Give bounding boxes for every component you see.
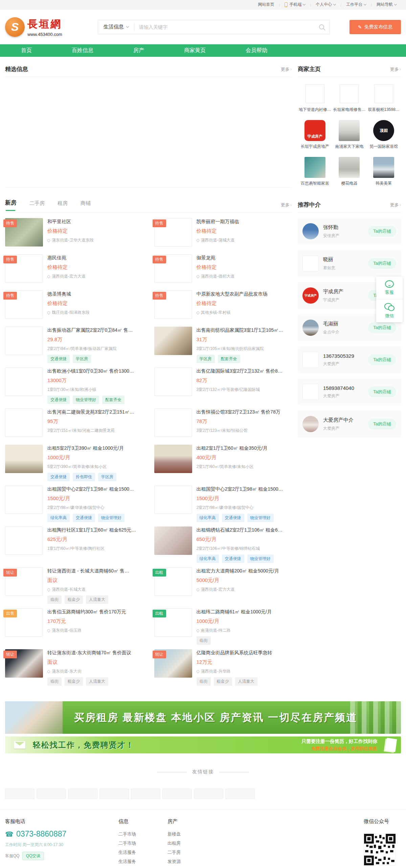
- customer-service-label: 客服: [376, 289, 403, 296]
- merchant-item[interactable]: 地下管道内衬修…: [298, 83, 332, 113]
- merchant-item[interactable]: 双喜橱柜13598…: [366, 83, 401, 113]
- friend-link-placeholder[interactable]: [225, 789, 255, 799]
- friend-link-placeholder[interactable]: [162, 789, 192, 799]
- friend-link-placeholder[interactable]: [194, 789, 223, 799]
- merchant-item[interactable]: 长垣家电维修售…: [332, 83, 367, 113]
- nav-item-4[interactable]: 商家黄页: [184, 47, 206, 54]
- agents-more-link[interactable]: 更多›: [390, 202, 401, 208]
- listing-item[interactable]: 出租锦绣钻石城2室2厅1卫106㎡ 租金6…650元/月2室2厅/106㎡/中等…: [154, 526, 292, 563]
- listing-item[interactable]: 待售凯帝丽府一期万福临价格待定蒲西街道-蒲城大道: [154, 218, 292, 250]
- listing-item[interactable]: 出售欧洲小镇1室0厅0卫30㎡ 售价1300…13000万1室0厅/30㎡/未知…: [5, 368, 143, 404]
- agent-card[interactable]: 晓丽君如意Ta的店铺: [298, 250, 401, 277]
- topbar-link-5[interactable]: 网站导航: [372, 2, 401, 7]
- footer-link[interactable]: 二手市场: [118, 829, 167, 839]
- featured-more-link[interactable]: 更多›: [281, 66, 292, 72]
- merchant-item[interactable]: 顶固简一国际家居馆: [366, 120, 401, 149]
- footer-link[interactable]: 二手市场: [118, 839, 167, 848]
- wechat-button[interactable]: 微信: [376, 299, 403, 322]
- listing-item[interactable]: 出售恒福公馆3室2厅2卫123㎡ 售价78万78万3室2厅/123㎡/未知/恒福…: [154, 408, 292, 440]
- tab-商铺[interactable]: 商铺: [81, 200, 91, 211]
- listing-item[interactable]: 出租出租纬二路商铺61㎡ 租金1000元/月1000元/月南蒲街道-纬二路临街: [154, 608, 292, 645]
- agent-card[interactable]: 张怀勤安佳房产Ta的店铺: [298, 218, 401, 245]
- map-pin-icon: [197, 629, 200, 632]
- footer-link[interactable]: 发资源: [167, 857, 217, 866]
- listing-item[interactable]: 出租国贸中心2室2厅1卫98㎡ 租金1500…1500元/月2室2厅/98㎡/豪…: [154, 486, 292, 522]
- footer-link[interactable]: 出租房: [167, 839, 217, 848]
- listing-item[interactable]: 出售亿隆国际城3室2厅2卫132㎡ 售价8…82万3室2厅/132㎡/中等装修/…: [154, 368, 292, 404]
- listing-item[interactable]: 出售河南二建御景龙苑3室2厅2卫151㎡…95万3室2厅/151㎡/未知/河南二…: [5, 408, 143, 440]
- agent-shop-button[interactable]: Ta的店铺: [368, 258, 396, 269]
- merchant-item[interactable]: 百思易智能家居: [298, 157, 332, 186]
- friend-link-placeholder[interactable]: [37, 789, 66, 799]
- listing-item[interactable]: 出售振动器厂家属院2室2厅0卫84㎡ 售…29.8万2室2厅/84㎡/简单装修/…: [5, 327, 143, 363]
- listing-item[interactable]: 待售惠民佳苑价格待定蒲西街道-宏力大道: [5, 254, 143, 286]
- map-pin-icon: [47, 629, 51, 632]
- agent-shop-button[interactable]: Ta的店铺: [368, 419, 396, 429]
- friend-link-placeholder[interactable]: [68, 789, 97, 799]
- listing-item[interactable]: 出租国贸中心2室2厅1卫98㎡ 租金1500…1500元/月2室2厅/98㎡/豪…: [5, 486, 143, 522]
- agent-shop-button[interactable]: Ta的店铺: [368, 386, 396, 397]
- topbar-link-1[interactable]: 网站首页: [253, 2, 279, 7]
- agent-card[interactable]: 15893874040大爱房产Ta的店铺: [298, 378, 401, 405]
- footer-link[interactable]: 生活服务: [118, 857, 167, 866]
- listing-item[interactable]: 出租陶行社区1室1厅1卫60㎡ 租金625元…625元/月1室1厅/60㎡/中等…: [5, 526, 143, 563]
- listing-title: 出售恒福公馆3室2厅2卫123㎡ 售价78万: [197, 409, 292, 415]
- listing-item[interactable]: 待售和平里社区价格待定蒲东街道-卫华大道东段: [5, 218, 143, 250]
- topbar-link-3[interactable]: 个人中心: [311, 2, 340, 7]
- merchant-item[interactable]: 宇成房产长垣宇成房地产: [298, 120, 332, 149]
- listing-item[interactable]: 转让转让蒲西街道 - 长城大道商铺60㎡ 售…面议蒲西街道-长城大道临街租金少人…: [5, 567, 143, 604]
- nav-item-3[interactable]: 房产: [133, 47, 144, 54]
- nav-item-2[interactable]: 百姓信息: [72, 47, 93, 54]
- listing-item[interactable]: 待售御景龙苑价格待定蒲西街道-德邻大道: [154, 254, 292, 286]
- listing-item[interactable]: 出租2室1厅1卫60㎡ 租金350元/月400元/月2室1厅/60㎡/简单装修/…: [154, 445, 292, 481]
- search-icon[interactable]: [319, 24, 324, 29]
- merchant-item[interactable]: 韩美美莱: [366, 157, 401, 186]
- site-logo[interactable]: S 長垣網 www.453400.com: [5, 17, 62, 37]
- nav-item-5[interactable]: 会员帮助: [246, 47, 267, 54]
- search-input[interactable]: [134, 24, 319, 30]
- customer-service-button[interactable]: 客服: [376, 277, 403, 299]
- tab-二手房[interactable]: 二手房: [29, 200, 45, 211]
- agent-avatar: [302, 223, 319, 239]
- publish-info-button[interactable]: ✎ 免费发布信息: [349, 20, 401, 34]
- agent-shop-button[interactable]: Ta的店铺: [368, 226, 396, 237]
- listing-meta: 2室1厅/60㎡/简单装修/未知小区: [197, 464, 292, 470]
- merchant-item[interactable]: 南浦家天下家电: [332, 120, 367, 149]
- tab-新房[interactable]: 新房: [5, 199, 17, 211]
- friend-link-placeholder[interactable]: [131, 789, 160, 799]
- listing-item[interactable]: 待售德圣博奥城价格待定魏庄街道-阳泽路东段: [5, 290, 143, 322]
- qq-chat-button[interactable]: QQ交谈: [22, 852, 44, 860]
- listing-item[interactable]: 出租出租宏力大道商铺200㎡ 租金5000元/月5000元/月蒲西街道-宏力大道: [154, 567, 292, 604]
- footer-link[interactable]: 新楼盘: [167, 829, 217, 839]
- listing-item[interactable]: 待售中原新发地大型农副产品批发市场价格待定其他乡镇-常村镇: [154, 290, 292, 322]
- topbar-link-4[interactable]: 工作平台: [341, 2, 371, 7]
- agent-card[interactable]: 13673505329大爱房产Ta的店铺: [298, 346, 401, 373]
- tab-租房[interactable]: 租房: [58, 200, 68, 211]
- property-channel-banner[interactable]: 买房租房 最新楼盘 本地小区 房产资讯 一切尽在房产频道: [5, 701, 401, 734]
- listing-item[interactable]: 出售南街纺织品家属院3室1厅1卫105㎡…31万3室1厅/105㎡/未知/南街纺…: [154, 327, 292, 363]
- friend-link-placeholder[interactable]: [5, 789, 35, 799]
- listing-item[interactable]: 出售出售伯玉路商铺约300㎡ 售价170万元170万元蒲东街道-伯玉路: [5, 608, 143, 645]
- topbar-link-2[interactable]: 手机端: [280, 2, 310, 7]
- listings-more-link[interactable]: 更多›: [281, 202, 292, 208]
- search-category-select[interactable]: 生活信息: [98, 24, 134, 30]
- agent-card[interactable]: 大爱房产中介大爱房产Ta的店铺: [298, 410, 401, 438]
- footer-link[interactable]: 生活服务: [118, 848, 167, 857]
- nav-item-1[interactable]: 首页: [21, 47, 32, 54]
- agent-shop-button[interactable]: Ta的店铺: [368, 354, 396, 365]
- listing-badge: 出租: [153, 610, 166, 617]
- merchant-item[interactable]: 樱花电器: [332, 157, 367, 186]
- listing-item[interactable]: 转让亿隆商业街品牌新风系统店旺季急转12万元蒲西街道-兴华路临街租金少人流量大: [154, 649, 292, 686]
- friend-link-placeholder[interactable]: [99, 789, 129, 799]
- listing-item[interactable]: 出租5室2厅3卫390㎡ 租金1000元/月1000元/月5室2厅/390㎡/简…: [5, 445, 143, 481]
- footer-link[interactable]: 二手房: [167, 848, 217, 857]
- listing-price: 1500元/月: [197, 495, 292, 502]
- listing-title: 出租2室1厅1卫60㎡ 租金350元/月: [197, 445, 292, 451]
- merchant-name: 双喜橱柜13598…: [366, 107, 401, 113]
- jobs-banner[interactable]: 轻松找工作，免费聘贤才！ 只需要注册一份简历，好工作找到你 免费注册企业会员，发…: [5, 736, 401, 753]
- listing-item[interactable]: 转让转让蒲东街道-东大街商铺70㎡ 售价面议面议蒲东街道-东大街临街租金少人流量…: [5, 649, 143, 686]
- merchants-more-link[interactable]: 更多›: [390, 66, 401, 72]
- agent-name: 15893874040: [323, 385, 354, 391]
- agent-shop-button[interactable]: Ta的店铺: [368, 322, 396, 333]
- listing-info: 转让蒲西街道 - 长城大道商铺60㎡ 售…面议蒲西街道-长城大道临街租金少人流量…: [47, 567, 143, 604]
